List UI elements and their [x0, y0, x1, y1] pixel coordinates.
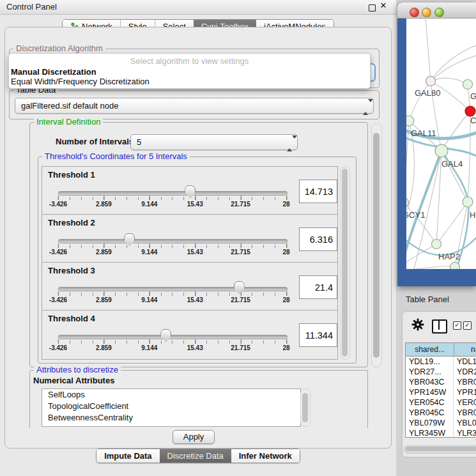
node-label: GAL11	[411, 128, 436, 138]
table-data-combo[interactable]: galFiltered.sif default node	[15, 98, 374, 114]
node-gal11[interactable]	[406, 116, 414, 126]
network-window-titlebar[interactable]	[397, 3, 476, 19]
cell[interactable]: YBR045C	[406, 408, 454, 418]
cell[interactable]: YDL1	[454, 357, 476, 367]
slider-tick-labels: -3.426 2.859 9.144 15.43 21.715 28	[58, 249, 286, 257]
threshold-row: Threshold 4 -3.426 2.859 9.144 15.43 21.…	[42, 310, 338, 360]
slider-ticks	[58, 245, 287, 248]
table-row[interactable]: YBR043C YBR0	[406, 377, 476, 387]
network-canvas[interactable]: GAL80 GA C GAL11 GAL4 GCY1 H HAP2	[406, 19, 476, 269]
table-data-group: Table Data galFiltered.sif default node	[9, 90, 380, 119]
node-bottom[interactable]	[450, 263, 460, 270]
column-header-shared-name[interactable]: shared...	[406, 343, 454, 356]
node-red[interactable]	[465, 106, 475, 116]
horizontal-scrollbar[interactable]	[404, 445, 476, 454]
table-row[interactable]: YER054C YER0	[406, 397, 476, 408]
cell[interactable]: YPR1	[454, 387, 476, 397]
table-row[interactable]: YPR145W YPR1	[406, 387, 476, 397]
node-label: GCY1	[406, 210, 425, 220]
cell[interactable]: YLR345W	[406, 428, 454, 438]
scrollbar-thumb[interactable]	[302, 393, 308, 422]
cell[interactable]: YBR0	[454, 377, 476, 387]
node-hap2[interactable]	[432, 240, 441, 249]
panel-title: Control Panel	[6, 2, 57, 12]
slider-thumb[interactable]	[234, 281, 245, 294]
tab-impute-data[interactable]: Impute Data	[96, 449, 159, 463]
zoom-traffic-light-icon[interactable]	[434, 8, 444, 17]
checkbox-icon[interactable]: ✓	[453, 321, 461, 330]
cell[interactable]: YBL0	[454, 418, 476, 428]
checkbox-icon[interactable]: ✓	[463, 321, 472, 330]
interval-definition-group: Interval Definition Number of Intervals …	[29, 122, 368, 367]
table-panel-title: Table Panel	[406, 295, 449, 304]
number-of-intervals-combo[interactable]: 5	[130, 134, 298, 150]
slider-track[interactable]	[58, 287, 288, 291]
node-h[interactable]	[463, 197, 473, 207]
cell[interactable]: YER0	[454, 397, 476, 408]
table-row[interactable]: YBL079W YBL0	[406, 418, 476, 428]
slider-ticks	[58, 293, 287, 296]
cell[interactable]: YDR27...	[406, 367, 454, 377]
close-icon[interactable]: ✕	[380, 2, 387, 10]
slider-track[interactable]	[58, 335, 288, 339]
table-header-row: shared... na	[406, 343, 476, 357]
attributes-scrollbar[interactable]	[300, 388, 311, 427]
split-columns-icon[interactable]	[432, 319, 447, 334]
cell[interactable]: YBR0	[454, 408, 476, 418]
algorithm-dropdown-popup: Select algorithm to view settings Manual…	[8, 53, 371, 89]
node-gcy1[interactable]	[406, 198, 409, 208]
threshold-row: Threshold 3 -3.426 2.859 9.144 15.43 21.…	[42, 262, 338, 312]
minimize-traffic-light-icon[interactable]	[422, 8, 431, 17]
slider-track[interactable]	[58, 239, 288, 243]
dropdown-option-equal-width[interactable]: Equal Width/Frequency Discretization	[10, 77, 150, 86]
slider-thumb[interactable]	[160, 329, 171, 342]
panel-scrollbar[interactable]	[371, 123, 382, 367]
scrollbar-thumb[interactable]	[406, 447, 476, 451]
float-window-icon[interactable]	[369, 4, 376, 12]
threshold-value-field[interactable]: 6.316	[299, 227, 337, 251]
group-label: Interval Definition	[34, 117, 103, 127]
list-item[interactable]: BetweennessCentrality	[42, 412, 300, 424]
node-label: H	[470, 210, 475, 220]
node-top-right[interactable]	[463, 80, 473, 89]
attributes-list[interactable]: SelfLoops TopologicalCoefficient Between…	[42, 388, 301, 427]
threshold-value-field[interactable]: 14.713	[299, 180, 337, 203]
close-traffic-light-icon[interactable]	[410, 8, 419, 17]
table-row[interactable]: YDL19... YDL1	[406, 357, 476, 367]
thresholds-group: Threshold's Coordinates for 5 Intervals …	[38, 157, 357, 364]
gear-icon[interactable]	[411, 318, 424, 331]
cell[interactable]: YLR3	[454, 428, 476, 438]
cell[interactable]: YBL079W	[406, 418, 454, 428]
table-row[interactable]: YLR345W YLR3	[406, 428, 476, 438]
threshold-label: Threshold 1	[48, 170, 95, 180]
cell[interactable]: YDR2	[454, 367, 476, 377]
tab-discretize-data[interactable]: Discretize Data	[160, 449, 231, 463]
combo-value: galFiltered.sif default node	[21, 101, 118, 111]
list-item[interactable]: SelfLoops	[42, 389, 300, 401]
slider-ticks	[58, 197, 287, 200]
slider-track[interactable]	[58, 191, 288, 196]
tab-infer-network[interactable]: Infer Network	[231, 449, 300, 463]
cell[interactable]: YDL19...	[406, 357, 454, 367]
node-label: GA	[470, 91, 476, 101]
dropdown-option-manual[interactable]: Manual Discretization	[10, 67, 96, 77]
node-gal4[interactable]	[435, 144, 448, 157]
threshold-value-field[interactable]: 11.344	[299, 323, 337, 347]
node-gal80[interactable]	[426, 77, 436, 86]
thresholds-scrollbar[interactable]	[340, 166, 350, 360]
dropdown-placeholder: Select algorithm to view settings	[9, 56, 370, 66]
table-row[interactable]: YBR045C YBR0	[406, 408, 476, 418]
node-label: GAL4	[441, 159, 463, 169]
threshold-value-field[interactable]: 21.4	[299, 275, 337, 299]
scrollbar-thumb[interactable]	[342, 169, 348, 357]
slider-thumb[interactable]	[185, 185, 196, 198]
slider-thumb[interactable]	[124, 233, 135, 246]
table-row[interactable]: YDR27... YDR2	[406, 367, 476, 377]
cell[interactable]: YER054C	[406, 397, 454, 408]
apply-button[interactable]: Apply	[173, 430, 215, 444]
cell[interactable]: YBR043C	[406, 377, 454, 387]
list-item[interactable]: TopologicalCoefficient	[42, 401, 300, 412]
column-header-name[interactable]: na	[454, 343, 476, 356]
scrollbar-thumb[interactable]	[373, 133, 380, 358]
cell[interactable]: YPR145W	[406, 387, 454, 397]
